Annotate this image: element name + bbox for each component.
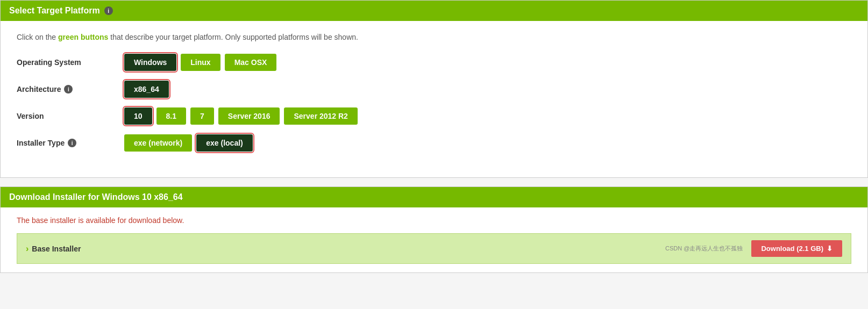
- download-actions: CSDN @走再远人生也不孤独 Download (2.1 GB) ⬇: [665, 240, 842, 257]
- select-platform-section: Select Target Platform i Click on the gr…: [0, 0, 868, 178]
- download-section: Download Installer for Windows 10 x86_64…: [0, 186, 868, 273]
- select-platform-info-icon: i: [104, 6, 113, 15]
- installer-info-icon: i: [68, 139, 76, 147]
- download-title: Download Installer for Windows 10 x86_64: [9, 192, 183, 202]
- chevron-icon: ›: [26, 244, 29, 254]
- download-button[interactable]: Download (2.1 GB) ⬇: [751, 240, 842, 257]
- arch-label: Architecture i: [17, 85, 124, 94]
- arch-button-x86_64[interactable]: x86_64: [124, 81, 169, 98]
- version-button-10[interactable]: 10: [124, 107, 152, 125]
- version-button-81[interactable]: 8.1: [156, 107, 186, 125]
- os-button-macosx[interactable]: Mac OSX: [225, 54, 277, 71]
- watermark-text: CSDN @走再远人生也不孤独: [665, 245, 743, 253]
- version-buttons: 10 8.1 7 Server 2016 Server 2012 R2: [124, 107, 358, 125]
- instruction-text: Click on the green buttons that describe…: [17, 32, 851, 43]
- arch-row: Architecture i x86_64: [17, 81, 851, 98]
- os-button-linux[interactable]: Linux: [181, 54, 220, 71]
- installer-row: Installer Type i exe (network) exe (loca…: [17, 134, 851, 152]
- installer-buttons: exe (network) exe (local): [124, 134, 253, 152]
- select-platform-header: Select Target Platform i: [1, 1, 867, 21]
- download-note: The base installer is available for down…: [17, 216, 851, 225]
- download-header: Download Installer for Windows 10 x86_64: [1, 187, 867, 207]
- version-button-server2016[interactable]: Server 2016: [218, 107, 280, 125]
- os-button-windows[interactable]: Windows: [124, 54, 176, 71]
- installer-button-exe-network[interactable]: exe (network): [124, 134, 192, 152]
- download-icon: ⬇: [827, 245, 833, 253]
- base-installer-label: › Base Installer: [26, 244, 81, 254]
- version-button-server2012r2[interactable]: Server 2012 R2: [284, 107, 357, 125]
- version-row: Version 10 8.1 7 Server 2016 Server 2012…: [17, 107, 851, 125]
- select-platform-body: Click on the green buttons that describe…: [1, 21, 867, 177]
- installer-label: Installer Type i: [17, 139, 124, 147]
- select-platform-title: Select Target Platform: [9, 6, 100, 16]
- arch-buttons: x86_64: [124, 81, 169, 98]
- arch-info-icon: i: [64, 85, 73, 94]
- version-button-7[interactable]: 7: [190, 107, 214, 125]
- base-installer-row: › Base Installer CSDN @走再远人生也不孤独 Downloa…: [17, 233, 851, 264]
- installer-button-exe-local[interactable]: exe (local): [196, 134, 252, 152]
- download-button-label: Download (2.1 GB): [761, 245, 823, 253]
- os-buttons: Windows Linux Mac OSX: [124, 54, 276, 71]
- download-body: The base installer is available for down…: [1, 207, 867, 272]
- instruction-highlight: green buttons: [58, 33, 108, 41]
- os-label: Operating System: [17, 58, 124, 67]
- os-row: Operating System Windows Linux Mac OSX: [17, 54, 851, 71]
- version-label: Version: [17, 112, 124, 120]
- base-installer-text: Base Installer: [32, 245, 81, 253]
